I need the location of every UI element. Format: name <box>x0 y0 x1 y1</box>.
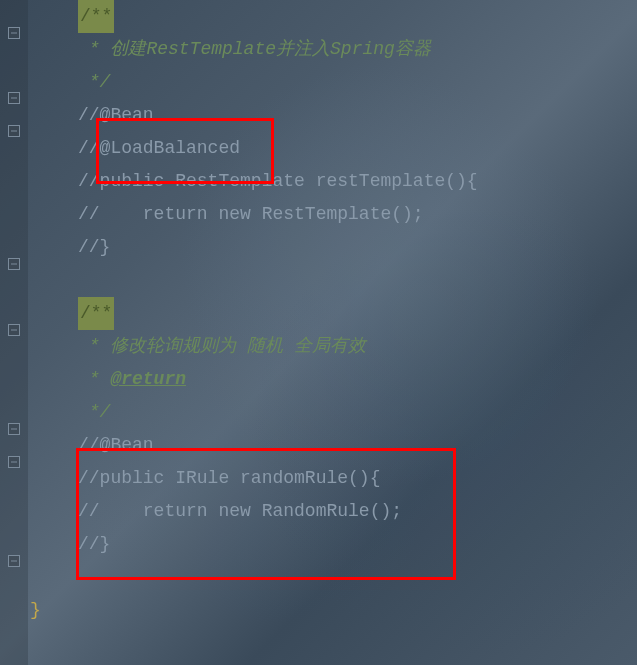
code-line <box>78 561 637 594</box>
code-line: // return new RandomRule(); <box>78 495 637 528</box>
code-line: } <box>30 594 637 627</box>
code-line: //@LoadBalanced <box>78 132 637 165</box>
code-line: //public IRule randomRule(){ <box>78 462 637 495</box>
code-line: /** <box>78 0 637 33</box>
code-line: //} <box>78 528 637 561</box>
fold-icon[interactable] <box>8 555 20 567</box>
code-line: * @return <box>78 363 637 396</box>
code-line: //} <box>78 231 637 264</box>
code-line: //@Bean <box>78 99 637 132</box>
code-line: //@Bean <box>78 429 637 462</box>
fold-icon[interactable] <box>8 324 20 336</box>
fold-icon[interactable] <box>8 258 20 270</box>
editor-gutter <box>0 0 28 665</box>
code-editor-content[interactable]: /** * 创建RestTemplate并注入Spring容器 */ //@Be… <box>30 0 637 627</box>
fold-icon[interactable] <box>8 125 20 137</box>
javadoc-start-marker: /** <box>78 297 114 330</box>
fold-icon[interactable] <box>8 423 20 435</box>
code-line: */ <box>78 66 637 99</box>
javadoc-return-tag: @return <box>110 369 186 389</box>
code-line <box>78 264 637 297</box>
fold-icon[interactable] <box>8 456 20 468</box>
code-line: * 创建RestTemplate并注入Spring容器 <box>78 33 637 66</box>
code-line: */ <box>78 396 637 429</box>
code-line: //public RestTemplate restTemplate(){ <box>78 165 637 198</box>
code-line: /** <box>78 297 637 330</box>
javadoc-start-marker: /** <box>78 0 114 33</box>
fold-icon[interactable] <box>8 27 20 39</box>
code-line: // return new RestTemplate(); <box>78 198 637 231</box>
code-line: * 修改轮询规则为 随机 全局有效 <box>78 330 637 363</box>
fold-icon[interactable] <box>8 92 20 104</box>
